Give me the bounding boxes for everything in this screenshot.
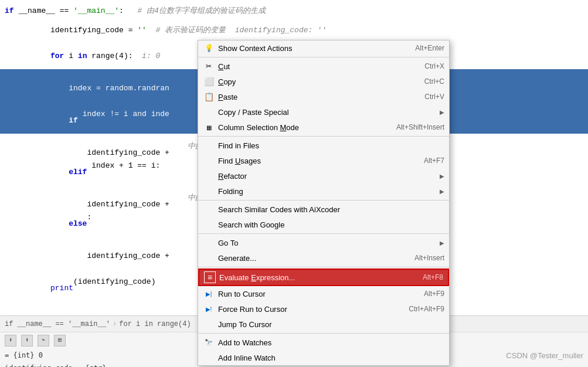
menu-label: Jump To Cursor	[218, 320, 444, 329]
copy-paste-icon	[203, 106, 215, 118]
menu-label: Run to Cursor	[218, 290, 412, 298]
menu-shortcut: Alt+F8	[423, 273, 443, 281]
menu-separator	[198, 136, 449, 137]
menu-shortcut: Alt+Insert	[414, 254, 444, 262]
menu-label: Copy / Paste Special	[218, 108, 437, 117]
menu-item-force-run-cursor[interactable]: ▶! Force Run to Cursor Ctrl+Alt+F9	[198, 301, 449, 317]
refactor-icon	[203, 170, 215, 182]
submenu-arrow: ▶	[440, 173, 444, 179]
search-similar-icon	[203, 203, 215, 215]
folding-icon	[203, 185, 215, 197]
submenu-arrow: ▶	[440, 188, 444, 195]
watches-icon: 🔭	[203, 337, 215, 348]
menu-separator	[198, 233, 449, 234]
menu-shortcut: Ctrl+V	[424, 93, 444, 101]
menu-label: Paste	[218, 93, 413, 101]
watermark: CSDN @Tester_muller	[506, 349, 583, 362]
menu-shortcut: Alt+F7	[424, 157, 444, 165]
menu-item-add-inline-watch[interactable]: Add Inline Watch	[198, 350, 449, 365]
cut-icon: ✂	[203, 60, 215, 72]
breadcrumb-item: for i in range(4)	[119, 318, 191, 331]
submenu-arrow: ▶	[440, 240, 444, 246]
step-button[interactable]: ↷	[38, 335, 49, 346]
run-to-cursor-icon: ▶|	[203, 288, 215, 300]
menu-label: Generate...	[218, 254, 403, 263]
submenu-arrow: ▶	[440, 109, 444, 115]
menu-label: Copy	[218, 77, 413, 86]
evaluate-icon: ≡	[204, 271, 216, 283]
menu-separator	[198, 333, 449, 334]
menu-label: Show Context Actions	[218, 44, 403, 53]
find-icon	[203, 140, 215, 151]
menu-item-copy[interactable]: ⬜ Copy Ctrl+C	[198, 74, 449, 89]
breadcrumb: if __name__ == '__main__' › for i in ran…	[5, 318, 191, 331]
menu-item-cut[interactable]: ✂ Cut Ctrl+X	[198, 59, 449, 74]
menu-label: Force Run to Cursor	[218, 305, 397, 314]
paste-icon: 📋	[203, 91, 215, 103]
menu-shortcut: Ctrl+C	[424, 77, 444, 86]
menu-shortcut: Alt+Shift+Insert	[396, 123, 444, 131]
breadcrumb-item: if __name__ == '__main__'	[5, 318, 110, 331]
menu-label: Find Usages	[218, 157, 412, 165]
menu-label: Search with Google	[218, 220, 444, 229]
menu-item-copy-paste-special[interactable]: Copy / Paste Special ▶	[198, 104, 449, 120]
menu-item-show-context-actions[interactable]: 💡 Show Context Actions Alt+Enter	[198, 40, 449, 56]
menu-separator	[198, 267, 449, 267]
menu-item-generate[interactable]: Generate... Alt+Insert	[198, 250, 449, 266]
menu-item-jump-to-cursor[interactable]: Jump To Cursor	[198, 317, 449, 332]
menu-label: Search Similar Codes with AiXcoder	[218, 205, 444, 214]
menu-label: Refactor	[218, 172, 437, 181]
menu-label: Cut	[218, 62, 413, 71]
menu-label: Add to Watches	[218, 338, 444, 347]
menu-item-find-in-files[interactable]: Find in Files	[198, 138, 449, 153]
lightbulb-icon: 💡	[203, 42, 215, 54]
menu-separator	[198, 200, 449, 201]
code-line: if __name__ == '__main__': # 由4位数字字母组成的验…	[0, 5, 588, 18]
menu-item-refactor[interactable]: Refactor ▶	[198, 168, 449, 184]
download-button[interactable]: ⬇	[5, 335, 16, 346]
menu-shortcut: Alt+Enter	[415, 44, 444, 52]
context-menu: 💡 Show Context Actions Alt+Enter ✂ Cut C…	[198, 40, 450, 366]
menu-item-folding[interactable]: Folding ▶	[198, 184, 449, 199]
menu-item-evaluate-expression[interactable]: ≡ Evaluate Expression... Alt+F8	[198, 269, 449, 286]
menu-item-search-similar[interactable]: Search Similar Codes with AiXcoder	[198, 202, 449, 217]
menu-shortcut: Alt+F9	[424, 290, 444, 298]
menu-label: Add Inline Watch	[218, 354, 444, 362]
find-usages-icon	[203, 155, 215, 166]
menu-separator	[198, 57, 449, 57]
google-icon	[203, 219, 215, 230]
generate-icon	[203, 252, 215, 264]
table-button[interactable]: ⊞	[54, 335, 66, 346]
menu-label: Column Selection Mode	[218, 123, 385, 132]
menu-item-find-usages[interactable]: Find Usages Alt+F7	[198, 153, 449, 168]
menu-label: Folding	[218, 187, 437, 196]
menu-label: Find in Files	[218, 141, 444, 150]
menu-label: Evaluate Expression...	[219, 273, 411, 282]
menu-shortcut: Ctrl+Alt+F9	[409, 305, 444, 313]
force-run-icon: ▶!	[203, 303, 215, 315]
breadcrumb-separator: ›	[113, 318, 117, 331]
menu-shortcut: Ctrl+X	[424, 62, 444, 70]
menu-label: Go To	[218, 239, 437, 247]
menu-item-goto[interactable]: Go To ▶	[198, 235, 449, 250]
menu-item-add-watches[interactable]: 🔭 Add to Watches	[198, 335, 449, 350]
column-icon: ▦	[203, 121, 215, 133]
upload-button[interactable]: ⬆	[21, 335, 33, 346]
menu-item-search-google[interactable]: Search with Google	[198, 217, 449, 232]
jump-icon	[203, 318, 215, 330]
menu-item-run-to-cursor[interactable]: ▶| Run to Cursor Alt+F9	[198, 286, 449, 301]
inline-watch-icon	[203, 352, 215, 363]
copy-icon: ⬜	[203, 76, 215, 87]
goto-icon	[203, 237, 215, 249]
menu-item-paste[interactable]: 📋 Paste Ctrl+V	[198, 89, 449, 104]
menu-item-column-selection[interactable]: ▦ Column Selection Mode Alt+Shift+Insert	[198, 120, 449, 135]
